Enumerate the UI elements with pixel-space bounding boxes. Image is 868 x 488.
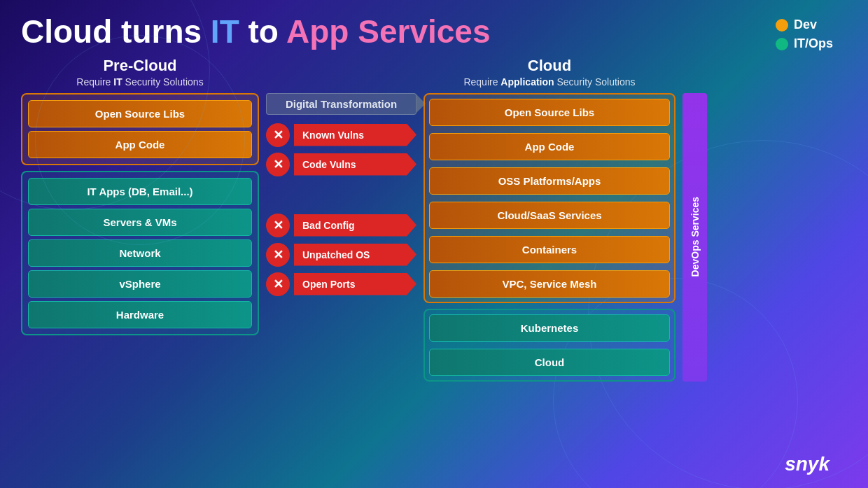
title-app-services: App Services	[286, 13, 490, 50]
legend-dev: Dev	[776, 18, 833, 32]
list-item: Containers	[429, 236, 670, 263]
list-item: Network	[28, 239, 252, 267]
digital-transform-arrow: Digital Transformation	[266, 93, 416, 115]
right-column: Cloud Require Application Security Solut…	[424, 57, 676, 382]
unpatched-os-label: Unpatched OS	[294, 244, 416, 266]
list-item: App Code	[429, 133, 670, 160]
x-icon: ✕	[266, 243, 290, 267]
infra-section: ✕ Bad Config ✕ Unpatched OS ✕ Open Ports	[266, 214, 416, 302]
list-item: App Code	[28, 131, 252, 158]
title-middle: to	[239, 13, 286, 50]
left-orange-group: Open Source Libs App Code	[21, 93, 259, 165]
devops-services-label: DevOps Services	[682, 93, 707, 382]
right-content-wrapper: Open Source Libs App Code OSS Platforms/…	[424, 93, 676, 382]
vuln-section: ✕ Known Vulns ✕ Code Vulns	[266, 123, 416, 182]
title-it: IT	[211, 13, 239, 50]
title-prefix: Cloud turns	[21, 13, 211, 50]
list-item: vSphere	[28, 270, 252, 298]
bad-config-label: Bad Config	[294, 214, 416, 237]
right-column-header: Cloud Require Application Security Solut…	[424, 57, 676, 88]
list-item: IT Apps (DB, Email...)	[28, 178, 252, 205]
left-header-title: Pre-Cloud	[21, 57, 259, 75]
x-icon: ✕	[266, 272, 290, 296]
left-teal-group: IT Apps (DB, Email...) Servers & VMs Net…	[21, 171, 259, 335]
list-item: Kubernetes	[429, 314, 670, 342]
unpatched-os-arrow: ✕ Unpatched OS	[266, 243, 416, 267]
x-icon: ✕	[266, 214, 290, 237]
list-item: Servers & VMs	[28, 209, 252, 236]
left-column-header: Pre-Cloud Require IT Security Solutions	[21, 57, 259, 88]
digital-transform-section: Digital Transformation	[266, 93, 416, 115]
content-row: Pre-Cloud Require IT Security Solutions …	[21, 57, 847, 382]
open-ports-arrow: ✕ Open Ports	[266, 272, 416, 296]
right-header-title: Cloud	[424, 57, 676, 75]
list-item: VPC, Service Mesh	[429, 270, 670, 298]
dev-label: Dev	[794, 18, 817, 32]
right-header-sub: Require Application Security Solutions	[424, 76, 676, 88]
code-vulns-arrow: ✕ Code Vulns	[266, 153, 416, 176]
list-item: Cloud	[429, 349, 670, 376]
bad-config-arrow: ✕ Bad Config	[266, 214, 416, 237]
left-column: Pre-Cloud Require IT Security Solutions …	[21, 57, 259, 341]
open-ports-label: Open Ports	[294, 273, 416, 295]
known-vulns-arrow: ✕ Known Vulns	[266, 123, 416, 147]
itops-dot	[776, 38, 788, 50]
x-icon: ✕	[266, 153, 290, 176]
list-item: Open Source Libs	[28, 100, 252, 127]
main-container: Dev IT/Ops Cloud turns IT to App Service…	[0, 0, 868, 488]
left-header-sub: Require IT Security Solutions	[21, 76, 259, 88]
itops-label: IT/Ops	[794, 36, 833, 51]
right-teal-group: Kubernetes Cloud	[424, 309, 676, 382]
list-item: Cloud/SaaS Services	[429, 202, 670, 229]
legend: Dev IT/Ops	[776, 18, 833, 51]
list-item: OSS Platforms/Apps	[429, 167, 670, 195]
digital-transform-label: Digital Transformation	[286, 98, 397, 110]
legend-itops: IT/Ops	[776, 36, 833, 51]
list-item: Hardware	[28, 301, 252, 328]
known-vulns-label: Known Vulns	[294, 124, 416, 146]
list-item: Open Source Libs	[429, 99, 670, 126]
right-orange-group: Open Source Libs App Code OSS Platforms/…	[424, 93, 676, 303]
middle-column: Digital Transformation ✕ Known Vulns ✕ C…	[266, 57, 416, 302]
x-icon: ✕	[266, 123, 290, 147]
page-title: Cloud turns IT to App Services	[21, 14, 847, 50]
devops-text: DevOps Services	[690, 197, 701, 277]
dev-dot	[776, 19, 788, 32]
snyk-logo: snyk	[785, 453, 830, 475]
code-vulns-label: Code Vulns	[294, 153, 416, 176]
